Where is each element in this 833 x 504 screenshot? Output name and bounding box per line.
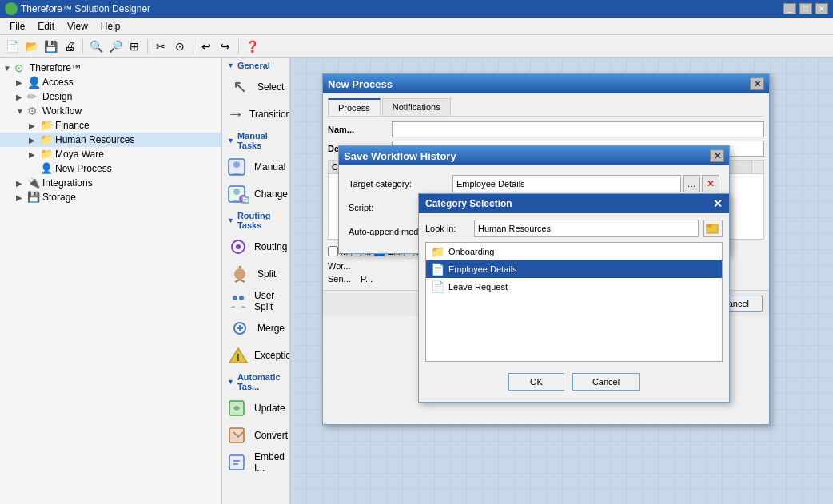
sidebar-item-hr[interactable]: ▶ 📁 Human Resources	[0, 133, 221, 147]
design-label: Design	[42, 91, 72, 102]
expand-storage: ▶	[16, 193, 27, 202]
close-btn[interactable]: ✕	[815, 3, 828, 14]
svg-point-8	[234, 268, 245, 280]
target-cat-clear[interactable]: ✕	[702, 175, 719, 192]
menu-file[interactable]: File	[3, 19, 31, 34]
target-cat-browse[interactable]: …	[683, 175, 700, 192]
menu-help[interactable]: Help	[94, 19, 127, 34]
select-icon: ↖	[227, 76, 253, 98]
task-user-split[interactable]: User-Split	[222, 288, 289, 315]
name-label: Nam...	[328, 125, 392, 134]
cat-close[interactable]: ✕	[713, 197, 723, 210]
sidebar-item-new-process[interactable]: 👤 New Process	[0, 161, 221, 176]
task-merge[interactable]: Merge	[222, 315, 289, 342]
task-routing-label: Routing	[254, 241, 287, 252]
sidebar-item-workflow[interactable]: ▼ ⚙ Workflow	[0, 104, 221, 118]
tab-process[interactable]: Process	[328, 98, 381, 116]
swh-title: Save Workflow History	[344, 150, 456, 162]
name-input[interactable]	[392, 121, 764, 137]
cat-look-browse[interactable]	[703, 220, 723, 237]
task-change[interactable]: 🔄 Change	[222, 181, 289, 208]
sidebar-item-therefore[interactable]: ▼ ⊙ Therefore™	[0, 61, 221, 75]
exception-icon: !	[227, 344, 249, 367]
toolbar-help[interactable]: ❓	[243, 38, 261, 55]
task-transition[interactable]: → Transition	[222, 101, 289, 128]
task-exception[interactable]: ! Exception	[222, 342, 289, 369]
toolbar-fit[interactable]: ⊞	[126, 38, 143, 55]
split-icon	[227, 263, 253, 285]
toolbar-sep2	[147, 39, 148, 54]
cat-look-input[interactable]	[474, 220, 699, 237]
task-split-label: Split	[257, 268, 276, 280]
sidebar-item-finance[interactable]: ▶ 📁 Finance	[0, 118, 221, 133]
cat-item-employee-details[interactable]: 📄 Employee Details	[426, 260, 722, 278]
sidebar-item-integrations[interactable]: ▶ 🔌 Integrations	[0, 176, 221, 190]
workflow-icon: ⚙	[27, 105, 40, 117]
menu-edit[interactable]: Edit	[31, 19, 61, 34]
cat-item-onboarding[interactable]: 📁 Onboarding	[426, 243, 722, 260]
target-cat-label: Target category:	[349, 179, 452, 189]
therefore-icon: ⊙	[14, 62, 27, 74]
expand-finance: ▶	[29, 121, 40, 130]
sidebar-item-moya[interactable]: ▶ 📁 Moya Ware	[0, 147, 221, 161]
task-manual[interactable]: Manual	[222, 153, 289, 181]
swh-title-bar: Save Workflow History ✕	[339, 146, 729, 165]
maximize-btn[interactable]: □	[799, 3, 812, 14]
new-process-close[interactable]: ✕	[750, 77, 764, 90]
new-process-title-bar: New Process ✕	[323, 74, 769, 93]
menu-view[interactable]: View	[61, 19, 94, 34]
main-content-area: General ↖ Select → Transition Manual Tas…	[222, 58, 833, 504]
onboarding-folder-icon: 📁	[431, 245, 444, 258]
app-title: Therefore™ Solution Designer	[21, 3, 783, 14]
expand-workflow: ▼	[16, 107, 27, 116]
cat-ok-btn[interactable]: OK	[508, 373, 564, 391]
task-update[interactable]: Update	[222, 395, 289, 422]
svg-point-13	[239, 296, 244, 300]
toolbar-zoom-out[interactable]: 🔎	[106, 38, 124, 55]
task-select[interactable]: ↖ Select	[222, 73, 289, 101]
toolbar-zoom-in[interactable]: 🔍	[87, 38, 105, 55]
task-split[interactable]: Split	[222, 260, 289, 288]
toolbar-redo[interactable]: ↪	[217, 38, 234, 55]
toolbar-copy[interactable]: ⊙	[171, 38, 189, 55]
cat-item-leave-request[interactable]: 📄 Leave Request	[426, 278, 722, 296]
toolbar-new[interactable]: 📄	[3, 38, 21, 55]
svg-rect-25	[707, 224, 711, 227]
chk1[interactable]	[328, 246, 338, 256]
employee-details-label: Employee Details	[448, 264, 517, 274]
storage-icon: 💾	[27, 191, 40, 204]
transition-icon: →	[227, 103, 245, 125]
minimize-btn[interactable]: _	[783, 3, 796, 14]
canvas-area[interactable]: New Process ✕ Process Notifications Nam.…	[290, 58, 833, 504]
swh-close[interactable]: ✕	[710, 149, 724, 162]
convert-icon	[227, 424, 249, 446]
expand-access: ▶	[16, 78, 27, 87]
tab-notifications[interactable]: Notifications	[382, 98, 451, 116]
manual-icon	[227, 156, 249, 178]
finance-icon: 📁	[40, 119, 53, 132]
task-embed[interactable]: Embed I...	[222, 449, 289, 476]
toolbar-save[interactable]: 💾	[42, 38, 59, 55]
sidebar-item-design[interactable]: ▶ ✏ Design	[0, 89, 221, 104]
toolbar-print[interactable]: 🖨	[61, 38, 78, 55]
cat-cancel-btn[interactable]: Cancel	[572, 373, 640, 391]
merge-icon	[227, 317, 253, 339]
hr-icon: 📁	[40, 133, 53, 146]
sidebar-item-access[interactable]: ▶ 👤 Access	[0, 75, 221, 89]
toolbar-undo[interactable]: ↩	[197, 38, 215, 55]
hr-label: Human Resources	[55, 134, 134, 145]
task-routing[interactable]: Routing	[222, 233, 289, 260]
section-manual: Manual Tasks	[222, 128, 289, 153]
toolbar-open[interactable]: 📂	[22, 38, 40, 55]
sidebar-item-storage[interactable]: ▶ 💾 Storage	[0, 190, 221, 204]
task-convert[interactable]: Convert	[222, 422, 289, 449]
toolbar-sep1	[82, 39, 83, 54]
app-icon	[5, 2, 18, 15]
therefore-label: Therefore™	[30, 62, 81, 73]
toolbar-cut[interactable]: ✂	[152, 38, 169, 55]
expand-moya: ▶	[29, 150, 40, 159]
leave-request-icon: 📄	[431, 280, 444, 293]
target-cat-input[interactable]	[452, 175, 681, 192]
cat-look-label: Look in:	[425, 224, 469, 233]
moya-icon: 📁	[40, 148, 53, 161]
